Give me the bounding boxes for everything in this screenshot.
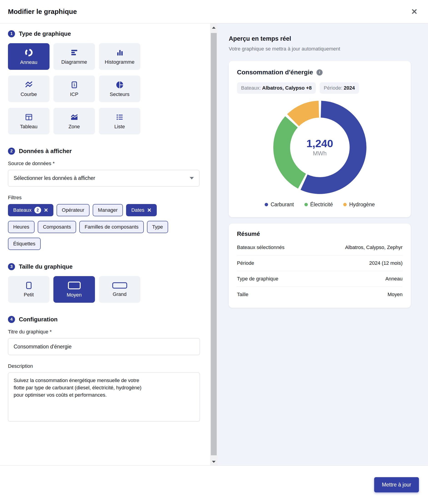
filter-chips: Bateaux 2 ✕ Opérateur Manager Dates ✕ [8,204,174,250]
step-number-badge: 3 [8,263,15,270]
filter-chip-dates[interactable]: Dates ✕ [126,204,157,216]
chart-type-label: Zone [68,124,80,129]
filters-label: Filtres [8,195,199,201]
dialog-footer: Mettre à jour [0,465,428,504]
section-title: Type de graphique [19,30,71,37]
data-source-label: Source de données * [8,161,199,166]
filter-chip-manager[interactable]: Manager [93,204,123,216]
legend-dot [343,203,347,206]
data-source-select[interactable]: Sélectionner les données à afficher [8,170,199,187]
legend-item-carburant: Carburant [265,202,294,208]
filter-chip-heures[interactable]: Heures [8,221,34,233]
section-title: Données à afficher [19,148,72,155]
filter-chip-bateaux[interactable]: Bateaux 2 ✕ [8,204,53,216]
summary-label: Taille [237,291,248,298]
filter-chip-type[interactable]: Type [147,221,168,233]
scrollbar[interactable] [210,23,217,465]
section-heading: 2 Données à afficher [8,148,199,155]
size-grand[interactable]: Grand [99,276,140,303]
section-configuration: 4 Configuration Titre du graphique * Des… [8,316,199,421]
filter-chip-composants[interactable]: Composants [38,221,76,233]
section-data: 2 Données à afficher Source de données *… [8,148,199,250]
boats-chip: Bateaux:Albatros, Calypso +8 [237,82,316,94]
chart-type-courbe[interactable]: Courbe [8,76,49,102]
summary-row-periode: Période 2024 (12 mois) [237,256,403,271]
filter-chip-label: Type [152,224,163,230]
summary-row-type: Type de graphique Anneau [237,271,403,287]
chart-type-liste[interactable]: Liste [99,108,140,134]
size-medium-icon [68,281,81,290]
preview-subtitle: Votre graphique se mettra à jour automat… [229,46,411,52]
chart-type-histogramme[interactable]: Histogramme [99,43,140,70]
filter-chip-label: Manager [98,207,118,213]
boats-chip-label: Bateaux: [241,85,261,91]
chart-card-title: Consommation d'énergie [237,69,313,76]
scrollbar-thumb[interactable] [211,33,217,455]
step-number-badge: 2 [8,148,15,155]
chart-type-icp[interactable]: 1 ICP [53,76,95,102]
filter-chip-label: Dates [131,207,144,213]
chevron-down-icon [190,177,194,179]
section-heading: 1 Type de graphique [8,30,199,37]
donut-icon [25,48,33,57]
summary-value: 2024 (12 mois) [369,260,403,266]
pie-chart-icon [116,81,124,89]
section-heading: 3 Taille du graphique [8,263,199,270]
dialog-body: 1 Type de graphique Anneau Diag [0,23,428,465]
size-small-icon [26,282,32,289]
section-size: 3 Taille du graphique Petit Moyen [8,263,199,303]
chart-type-diagramme[interactable]: Diagramme [53,43,95,70]
close-button[interactable]: ✕ [410,7,419,16]
dialog-header: Modifier le graphique ✕ [0,0,428,23]
chart-card-header: Consommation d'énergie i [237,69,403,76]
kpi-icon: 1 [70,81,78,89]
chart-type-label: Anneau [20,60,37,65]
size-grid: Petit Moyen Grand [8,276,199,303]
size-large-icon [112,282,127,289]
summary-value: Moyen [387,291,403,298]
section-title: Configuration [19,316,58,323]
chart-type-label: Secteurs [110,92,130,97]
edit-chart-dialog: Modifier le graphique ✕ 1 Type de graphi… [0,0,428,504]
remove-filter-icon[interactable]: ✕ [44,208,48,213]
size-label: Moyen [66,292,82,298]
legend-dot [265,203,268,206]
boats-chip-value: Albatros, Calypso +8 [262,85,312,91]
settings-panel: 1 Type de graphique Anneau Diag [0,23,210,465]
summary-row-taille: Taille Moyen [237,287,403,302]
filter-chip-familles-de-composants[interactable]: Familles de composants [79,221,144,233]
summary-label: Type de graphique [237,276,278,282]
chart-type-anneau[interactable]: Anneau [8,43,49,70]
data-source-placeholder: Sélectionner les données à afficher [14,175,95,181]
filter-chip-etiquettes[interactable]: Étiquettes [8,238,41,250]
chart-title-input[interactable] [8,338,200,355]
donut-chart [272,99,368,196]
info-icon[interactable]: i [316,69,323,76]
svg-text:1: 1 [73,83,75,87]
update-button[interactable]: Mettre à jour [374,477,419,492]
filter-chip-label: Étiquettes [13,241,35,247]
chart-type-zone[interactable]: Zone [53,108,95,134]
chart-type-label: Histogramme [105,60,134,65]
bar-chart-horizontal-icon [70,48,78,57]
remove-filter-icon[interactable]: ✕ [147,208,151,213]
chart-type-secteurs[interactable]: Secteurs [99,76,140,102]
filter-chip-operateur[interactable]: Opérateur [57,204,90,216]
chart-title-label: Titre du graphique * [8,329,199,335]
step-number-badge: 4 [8,316,15,323]
description-textarea[interactable]: Suivez la consommation énergétique mensu… [8,373,200,421]
size-petit[interactable]: Petit [8,276,49,303]
chart-preview-card: Consommation d'énergie i Bateaux:Albatro… [229,61,411,217]
line-chart-icon [25,81,33,89]
chart-type-tableau[interactable]: Tableau [8,108,49,134]
table-icon [25,113,33,121]
size-label: Grand [113,292,127,297]
chart-legend: Carburant Électricité Hydrogène [237,202,403,208]
section-chart-type: 1 Type de graphique Anneau Diag [8,30,199,134]
summary-value: Anneau [385,276,403,282]
filter-chip-label: Opérateur [62,207,84,213]
summary-title: Résumé [237,231,403,238]
size-moyen[interactable]: Moyen [53,276,95,303]
filter-chip-label: Composants [43,224,71,230]
dialog-title: Modifier le graphique [8,8,77,16]
